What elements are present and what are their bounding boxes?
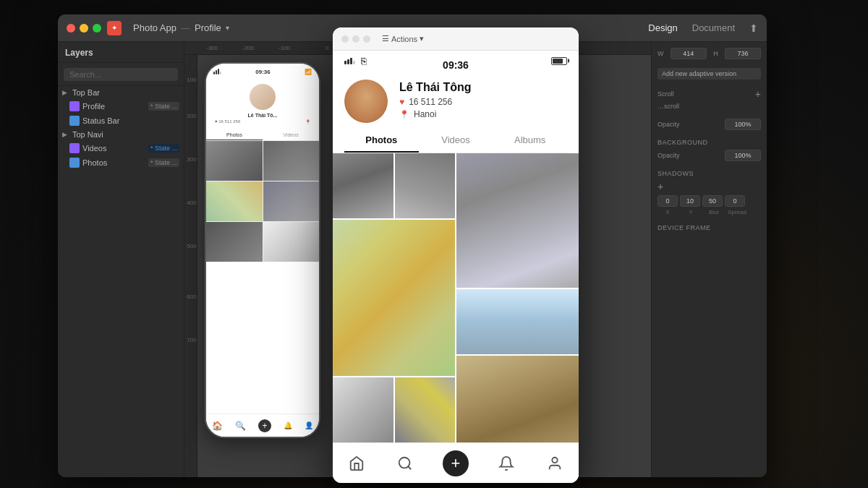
- height-input[interactable]: [725, 48, 761, 59]
- tab-videos[interactable]: Videos: [419, 129, 493, 153]
- phone-tabs: Photos Videos: [206, 130, 319, 141]
- chevron-icon: ▶: [62, 89, 69, 96]
- shadow-values: [658, 195, 761, 207]
- add-button[interactable]: +: [258, 419, 271, 432]
- battery-icon: [551, 57, 567, 65]
- profile-icon[interactable]: 👤: [305, 421, 313, 429]
- status-time: 09:36: [443, 55, 469, 75]
- phone-tab-videos[interactable]: Videos: [263, 130, 319, 140]
- photo-3-big: [333, 220, 455, 376]
- scroll-section: Scroll + …scroll: [658, 88, 761, 110]
- profile-nav-button[interactable]: [545, 453, 565, 474]
- layers-title: Layers: [58, 42, 184, 63]
- popup-traffic-lights: [341, 35, 370, 43]
- add-scroll-button[interactable]: +: [755, 88, 761, 100]
- add-nav-button[interactable]: +: [443, 450, 469, 476]
- photo-row-bottom: [333, 377, 455, 442]
- grid-item: [206, 181, 263, 221]
- location-text: Hanoi: [414, 109, 436, 119]
- svg-point-0: [399, 457, 409, 468]
- phone-preview-popup: ☰ Actions ▾ ⎘ 09:36 Lê Thái Tông: [333, 27, 579, 483]
- search-nav-button[interactable]: [395, 453, 415, 474]
- phone-time: 09:36: [255, 69, 270, 75]
- layer-name: Profile: [82, 102, 145, 111]
- layer-name: Photos: [82, 158, 145, 167]
- adaptive-section: Add new adaptive version: [658, 68, 761, 80]
- popup-maximize[interactable]: [363, 35, 370, 43]
- likes-count: 16 511 256: [409, 97, 452, 107]
- phone-tab-photos[interactable]: Photos: [206, 130, 263, 140]
- adaptive-version-button[interactable]: Add new adaptive version: [658, 68, 761, 80]
- location-icon: 📍: [399, 110, 409, 119]
- dimensions-row: W H: [658, 48, 761, 59]
- maximize-button[interactable]: [93, 24, 101, 33]
- layer-item-top-bar[interactable]: ▶ Top Bar: [58, 86, 184, 99]
- traffic-lights: [67, 24, 101, 33]
- app-icon: ✦: [107, 21, 122, 35]
- device-frame-section: DEVICE FRAME: [658, 224, 761, 231]
- width-input[interactable]: [671, 48, 707, 59]
- popup-status-bar: ⎘ 09:36: [333, 51, 579, 71]
- app-title: Photo App — Profile ▾: [133, 22, 229, 33]
- profile-name: Lê Thái Tông: [399, 81, 567, 94]
- scroll-row: Scroll +: [658, 88, 761, 100]
- shadow-blur-input[interactable]: [702, 195, 723, 207]
- scroll-row-2: …scroll: [658, 103, 761, 110]
- search-input[interactable]: [64, 68, 178, 81]
- photo-4-right-top: [456, 153, 579, 288]
- profile-info: Lê Thái Tông ♥ 16 511 256 📍 Hanoi: [399, 81, 567, 121]
- device-frame-title: DEVICE FRAME: [658, 224, 761, 231]
- tab-photos[interactable]: Photos: [344, 129, 419, 153]
- layer-icon: [69, 116, 80, 126]
- layer-item-videos[interactable]: Videos * State ...: [58, 141, 184, 155]
- layer-name: Status Bar: [82, 116, 179, 125]
- popup-title-bar: ☰ Actions ▾: [333, 27, 579, 51]
- chevron-icon: ▶: [62, 131, 69, 138]
- ruler-vertical: 100 200 300 400 500 600 700: [184, 55, 197, 477]
- profile-top: Lê Thái Tông ♥ 16 511 256 📍 Hanoi: [344, 80, 567, 123]
- grid-item: [263, 222, 320, 262]
- bg-opacity-row: Opacity: [658, 150, 761, 161]
- shadow-spread-input[interactable]: [725, 195, 745, 207]
- popup-minimize[interactable]: [352, 35, 359, 43]
- share-icon[interactable]: ⬆: [749, 22, 758, 34]
- photo-7: [395, 377, 456, 442]
- notification-icon[interactable]: 🔔: [284, 421, 292, 429]
- heart-icon: ♥: [399, 97, 404, 107]
- tab-design[interactable]: Design: [648, 22, 677, 33]
- tab-albums[interactable]: Albums: [493, 129, 567, 153]
- home-icon[interactable]: 🏠: [212, 421, 223, 431]
- actions-button[interactable]: ☰ Actions ▾: [382, 34, 424, 43]
- layer-item-photos[interactable]: Photos * State ...: [58, 155, 184, 170]
- popup-close[interactable]: [341, 35, 349, 43]
- layer-item-top-nav[interactable]: ▶ Top Navi: [58, 128, 184, 141]
- shadow-x-input[interactable]: [658, 195, 678, 207]
- home-nav-button[interactable]: [346, 453, 367, 474]
- signal-bars: [213, 69, 221, 74]
- layer-badge: * State ...: [148, 158, 179, 167]
- layer-item-status-bar[interactable]: Status Bar: [58, 114, 184, 128]
- layer-name: Top Navi: [72, 130, 179, 139]
- background-title: BACKGROUND: [658, 139, 761, 146]
- background-section: BACKGROUND Opacity: [658, 139, 761, 161]
- photo-6: [333, 377, 393, 442]
- opacity-input[interactable]: [725, 119, 761, 130]
- layer-badge: * State ...: [148, 144, 179, 153]
- add-shadow-button[interactable]: +: [658, 181, 663, 192]
- layer-item-profile[interactable]: Profile * State ...: [58, 99, 184, 114]
- signal-area: ⎘: [344, 56, 367, 67]
- tab-document[interactable]: Document: [692, 22, 735, 33]
- popup-bottom-nav: +: [333, 442, 579, 483]
- bg-opacity-input[interactable]: [725, 150, 761, 161]
- phone-mockup: 09:36 📶 Lê Thái Tô... ♥ 16 511 256 📍 Pho…: [205, 62, 320, 438]
- photo-1: [333, 153, 393, 218]
- properties-panel: W H Add new adaptive version Scroll + …s…: [651, 42, 767, 477]
- layer-badge: * State ...: [148, 102, 179, 111]
- shadow-y-input[interactable]: [680, 195, 700, 207]
- location-row: 📍 Hanoi: [399, 109, 567, 119]
- notifications-nav-button[interactable]: [496, 453, 516, 474]
- signal-bars: [344, 58, 355, 64]
- minimize-button[interactable]: [80, 24, 88, 33]
- close-button[interactable]: [67, 24, 75, 33]
- search-icon[interactable]: 🔍: [235, 421, 246, 431]
